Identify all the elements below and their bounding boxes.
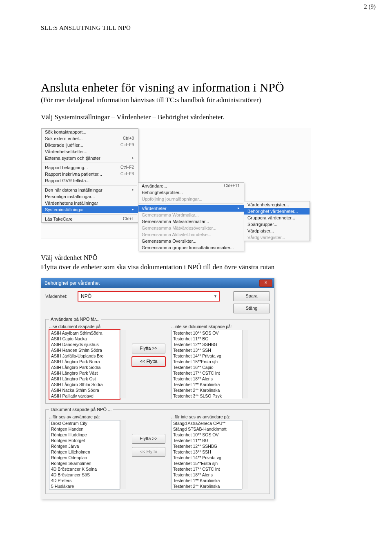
menu-item[interactable]: Gemensamma Översikter...: [138, 238, 244, 244]
list-item[interactable]: Testenhet 2** Karolinska: [172, 387, 242, 393]
menu-item[interactable]: Vårdplatser...: [244, 228, 310, 234]
g2-left-list[interactable]: Bröst Centrum CityRöntgen HandenRöntgen …: [49, 420, 120, 489]
close-button[interactable]: Stäng: [233, 304, 270, 313]
list-item[interactable]: Stängd AstraZeneca CPU**: [172, 420, 242, 426]
list-item[interactable]: Röntgen Liljeholmen: [49, 449, 120, 455]
list-item[interactable]: Testenhet 13** SSH: [172, 449, 242, 455]
list-item[interactable]: Testenhet 18** Aleris: [172, 376, 242, 382]
list-item[interactable]: Testenhet 18** Aleris: [172, 472, 242, 478]
menu-item[interactable]: Gemensamma Aktivitet-händelse...: [138, 231, 244, 238]
list-item[interactable]: Testenhet 10** SÖS ÖV: [172, 330, 242, 336]
list-item[interactable]: Röntgen Handen: [49, 426, 120, 432]
g1-left-list[interactable]: ASIH Asylbarn SthlmSödraASIH Capio Nacka…: [49, 330, 120, 399]
list-item[interactable]: Stängd STSAB-Handkirmott: [172, 426, 242, 432]
list-item[interactable]: ASIH Långbro Sthlm Södra: [49, 382, 120, 387]
scrollbar-icon[interactable]: [242, 330, 248, 398]
menu-item[interactable]: Externa system och tjänster: [42, 155, 138, 161]
list-item[interactable]: Testenhet 11** BG: [172, 438, 242, 443]
menu-item[interactable]: Vårdenhetsregister...: [244, 201, 310, 208]
group-documents: Dokument skapade på NPÖ ... ...får ses a…: [45, 407, 270, 494]
list-item[interactable]: Testenhet 17** CSTC Int: [172, 370, 242, 376]
list-item[interactable]: ASIH Palliativ vårdavd: [49, 393, 120, 399]
list-item[interactable]: Testenhet 1** Karolinska: [172, 478, 242, 483]
menu-item[interactable]: Rapport beläggning...Ctrl+F2: [42, 164, 138, 171]
menu-item[interactable]: Personliga inställningar...: [42, 193, 138, 200]
list-item[interactable]: Testenhet 14** Privata vg: [172, 353, 242, 359]
menu-item[interactable]: Behörighetsprofiler...: [138, 189, 244, 196]
menu-item[interactable]: Behörighet vårdenheter...: [244, 208, 310, 215]
unit-select[interactable]: NPÖ ▼: [78, 291, 219, 301]
menu-item[interactable]: Rapport inskrivna patienter...Ctrl+F3: [42, 171, 138, 177]
scrollbar-icon[interactable]: [242, 420, 248, 489]
list-item[interactable]: 4D Prefers: [49, 478, 120, 483]
menu-item[interactable]: Vårdenheter: [138, 205, 244, 212]
list-item[interactable]: Röntgen Huddinge: [49, 432, 120, 438]
menu-item[interactable]: Systeminställningar: [42, 206, 138, 213]
menu-item[interactable]: Uppföljning journalöppningar...: [138, 196, 244, 202]
list-item[interactable]: ASIH Handen Sthlm Södra: [49, 347, 120, 353]
list-item[interactable]: ASIH Danderyds sjukhus: [49, 342, 120, 347]
menu-item[interactable]: Gemensamma grupper konsultationsorsaker.…: [138, 244, 244, 251]
menu-item[interactable]: Vårdenhetens inställningar: [42, 200, 138, 206]
menu-item[interactable]: Sök kontaktrapport...: [42, 129, 138, 135]
page-number: 2 (9): [364, 3, 376, 10]
move-left-button: << Flytta: [132, 447, 165, 457]
menu-item[interactable]: Spärrgrupper...: [244, 221, 310, 228]
menu-item[interactable]: Vårdenhetsetiketter...: [42, 148, 138, 155]
g1-right-list[interactable]: Testenhet 10** SÖS ÖVTestenhet 11** BGTe…: [171, 330, 242, 399]
move-right-button[interactable]: Flytta >>: [132, 344, 165, 353]
list-item[interactable]: Testenhet 17** CSTC Int: [172, 466, 242, 472]
list-item[interactable]: ASIH Långbro Park Öst: [49, 376, 120, 382]
g2-right-list[interactable]: Stängd AstraZeneca CPU**Stängd STSAB-Han…: [171, 420, 242, 489]
list-item[interactable]: ASIH Långbro Park Väst: [49, 370, 120, 376]
list-item[interactable]: 5 Husläkare: [49, 483, 120, 489]
scrollbar-icon[interactable]: [120, 420, 126, 489]
menu-item[interactable]: Sök extern enhet...Ctrl+8: [42, 135, 138, 142]
list-item[interactable]: Röntgen Odenplan: [49, 455, 120, 460]
menu-item[interactable]: Gemensamma Mätvärdesöversikter...: [138, 225, 244, 231]
list-item[interactable]: ASIH Järfälla-Upplands Bro: [49, 353, 120, 359]
list-item[interactable]: Testenhet 3** SLSO Psyk: [172, 489, 242, 489]
list-item[interactable]: Testenhet 14** Privata vg: [172, 455, 242, 460]
dialog: Behörighet per vårdenhet ✕ Vårdenhet: NP…: [41, 278, 274, 499]
menu-item[interactable]: Gruppera vårdenheter...: [244, 215, 310, 221]
list-item[interactable]: Testenhet 2** Karolinska: [172, 483, 242, 489]
list-item[interactable]: Testenhet 12** SSHBG: [172, 443, 242, 449]
menu-item[interactable]: Lås TakeCareCtrl+L: [42, 216, 138, 222]
list-item[interactable]: 4D Bröstcancer SöS: [49, 472, 120, 478]
menu-item[interactable]: Dikterade ljudfiler...Ctrl+F9: [42, 142, 138, 148]
move-right-button[interactable]: Flytta >>: [132, 434, 165, 444]
menu-item[interactable]: Användare...Ctrl+F11: [138, 183, 244, 189]
list-item[interactable]: Testenhet 15**Ersta sjh: [172, 359, 242, 364]
menu-item[interactable]: Gemensamma Wordmallar...: [138, 212, 244, 218]
move-left-button[interactable]: << Flytta: [132, 357, 165, 367]
list-item[interactable]: Röntgen Skärholmen: [49, 460, 120, 466]
list-item[interactable]: ASIH Långbro Park Södra: [49, 364, 120, 370]
list-item[interactable]: Testenhet 12** SSHBG: [172, 342, 242, 347]
save-button[interactable]: Spara: [233, 291, 270, 301]
list-item[interactable]: Testenhet 1** Karolinska: [172, 382, 242, 387]
list-item[interactable]: 4D Bröstcancer K Solna: [49, 466, 120, 472]
menu-item[interactable]: Gemensamma Mätvärdesmallar...: [138, 218, 244, 225]
list-item[interactable]: Testenhet 13** SSH: [172, 347, 242, 353]
close-icon[interactable]: ✕: [259, 279, 272, 287]
list-item[interactable]: ASIH Sabbatsberg: [49, 399, 120, 399]
list-item[interactable]: Testenhet 11** BG: [172, 336, 242, 342]
menu-item[interactable]: Vårdgivarregister...: [244, 234, 310, 241]
menu-item[interactable]: Den här datorns inställningar: [42, 187, 138, 193]
list-item[interactable]: AbA Ögonklinik i Alvik: [49, 489, 120, 489]
list-item[interactable]: Testenhet 4** SLSO Prim: [172, 399, 242, 399]
list-item[interactable]: Röntgen Hötorget: [49, 438, 120, 443]
menu-item[interactable]: Rapport GVR fellista...: [42, 177, 138, 184]
list-item[interactable]: ASIH Asylbarn SthlmSödra: [49, 330, 120, 336]
list-item[interactable]: Testenhet 16** Capio: [172, 364, 242, 370]
list-item[interactable]: Röntgen Järva: [49, 443, 120, 449]
list-item[interactable]: ASIH Capio Nacka: [49, 336, 120, 342]
list-item[interactable]: ASIH Långbro Park Norra: [49, 359, 120, 364]
list-item[interactable]: ASIH Nacka Sthlm Södra: [49, 387, 120, 393]
list-item[interactable]: Testenhet 10** SÖS ÖV: [172, 432, 242, 438]
scrollbar-icon[interactable]: [120, 330, 126, 398]
list-item[interactable]: Testenhet 3** SLSO Psyk: [172, 393, 242, 399]
list-item[interactable]: Testenhet 15**Ersta sjh: [172, 460, 242, 466]
list-item[interactable]: Bröst Centrum City: [49, 420, 120, 426]
